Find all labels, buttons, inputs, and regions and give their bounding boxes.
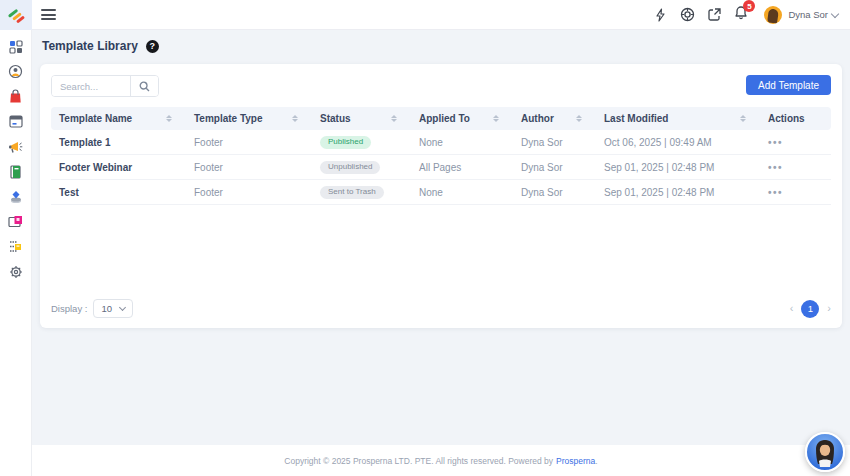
content-book-icon: [9, 165, 22, 179]
search-group: [51, 75, 159, 97]
author: Dyna Sor: [513, 162, 596, 173]
sidebar-item-dashboard[interactable]: [8, 39, 24, 54]
main-content: Template Library ? Add Template Template…: [32, 30, 850, 445]
settings-gear-icon: [9, 265, 23, 279]
applied-to: None: [411, 137, 513, 148]
column-header-applied-to[interactable]: Applied To: [411, 113, 513, 124]
row-actions-menu-button[interactable]: •••: [760, 162, 831, 173]
table-header-row: Template Name Template Type Status Appli…: [51, 107, 831, 130]
status-badge: Unpublished: [320, 161, 380, 174]
customers-icon: [8, 64, 23, 79]
orders-bag-icon: [9, 89, 22, 104]
last-modified: Oct 06, 2025 | 09:49 AM: [596, 137, 760, 148]
storefront-window-icon: [9, 115, 23, 128]
sort-icon[interactable]: [166, 115, 172, 122]
sort-icon[interactable]: [576, 115, 582, 122]
table-row: Template 1 Footer Published None Dyna So…: [51, 130, 831, 155]
prosperna-logo-icon: [6, 7, 26, 23]
top-navbar: 5 Dyna Sor: [0, 0, 850, 30]
user-menu[interactable]: Dyna Sor: [764, 6, 838, 24]
last-modified: Sep 01, 2025 | 02:48 PM: [596, 162, 760, 173]
lightning-icon[interactable]: [653, 7, 668, 22]
author: Dyna Sor: [513, 187, 596, 198]
page-number-button[interactable]: 1: [801, 300, 819, 318]
column-header-actions: Actions: [760, 113, 831, 124]
external-link-icon[interactable]: [707, 7, 722, 22]
sidebar-item-orders[interactable]: [8, 89, 24, 104]
next-page-button[interactable]: ›: [827, 303, 831, 314]
template-library-card: Add Template Template Name Template Type…: [40, 64, 842, 328]
sidebar-item-media[interactable]: [8, 214, 24, 229]
app-logo[interactable]: [0, 0, 32, 30]
search-icon: [139, 81, 150, 92]
template-type: Footer: [186, 162, 312, 173]
support-agent-avatar: [807, 434, 843, 470]
templates-table: Template Name Template Type Status Appli…: [51, 107, 831, 205]
author: Dyna Sor: [513, 137, 596, 148]
marketing-megaphone-icon: [8, 140, 23, 154]
template-name-link[interactable]: Footer Webinar: [51, 162, 186, 173]
row-actions-menu-button[interactable]: •••: [760, 187, 831, 198]
table-row: Test Footer Sent to Trash None Dyna Sor …: [51, 180, 831, 205]
sidebar-item-rewards[interactable]: [8, 189, 24, 204]
list-menu-icon: [9, 240, 23, 253]
column-header-last-modified[interactable]: Last Modified: [596, 113, 760, 124]
notification-count-badge: 5: [743, 0, 755, 12]
chat-support-widget[interactable]: [805, 432, 845, 472]
sidebar-item-storefront[interactable]: [8, 114, 24, 129]
column-header-author[interactable]: Author: [513, 113, 596, 124]
column-header-template-type[interactable]: Template Type: [186, 113, 312, 124]
menu-toggle-button[interactable]: [41, 9, 56, 20]
chevron-down-icon: [119, 303, 126, 310]
page-footer: Copyright © 2025 Prosperna LTD. PTE. All…: [32, 445, 850, 476]
applied-to: None: [411, 187, 513, 198]
chevron-down-icon: [831, 9, 839, 17]
column-header-template-name[interactable]: Template Name: [51, 113, 186, 124]
search-button[interactable]: [130, 76, 158, 96]
applied-to: All Pages: [411, 162, 513, 173]
last-modified: Sep 01, 2025 | 02:48 PM: [596, 187, 760, 198]
page-title: Template Library: [42, 39, 138, 53]
support-icon[interactable]: [680, 7, 695, 22]
prev-page-button[interactable]: ‹: [790, 303, 794, 314]
sidebar-item-menu-list[interactable]: [8, 239, 24, 254]
status-badge: Sent to Trash: [320, 186, 384, 199]
dashboard-icon: [9, 40, 23, 54]
template-type: Footer: [186, 187, 312, 198]
display-label: Display :: [51, 303, 87, 314]
sort-icon[interactable]: [292, 115, 298, 122]
add-template-button[interactable]: Add Template: [746, 75, 831, 95]
media-image-icon: [8, 215, 23, 228]
prosperna-link[interactable]: Prosperna: [556, 456, 595, 466]
sidebar-item-content[interactable]: [8, 164, 24, 179]
rewards-gem-icon: [9, 190, 23, 204]
template-name-link[interactable]: Test: [51, 187, 186, 198]
page-size-select[interactable]: 10: [93, 299, 133, 318]
status-badge: Published: [320, 136, 371, 149]
row-actions-menu-button[interactable]: •••: [760, 137, 831, 148]
column-header-status[interactable]: Status: [312, 113, 411, 124]
pagination: ‹ 1 ›: [790, 300, 831, 318]
table-row: Footer Webinar Footer Unpublished All Pa…: [51, 155, 831, 180]
help-icon[interactable]: ?: [146, 40, 159, 53]
sidebar-item-marketing[interactable]: [8, 139, 24, 154]
search-input[interactable]: [52, 76, 130, 96]
sidebar-item-customers[interactable]: [8, 64, 24, 79]
sort-icon[interactable]: [391, 115, 397, 122]
copyright-text: Copyright © 2025 Prosperna LTD. PTE. All…: [284, 456, 553, 466]
sidebar-item-settings[interactable]: [8, 264, 24, 279]
sort-icon[interactable]: [493, 115, 499, 122]
template-type: Footer: [186, 137, 312, 148]
user-name: Dyna Sor: [788, 9, 828, 20]
notifications-button[interactable]: 5: [734, 5, 748, 24]
user-avatar: [764, 6, 782, 24]
template-name-link[interactable]: Template 1: [51, 137, 186, 148]
sort-icon[interactable]: [740, 115, 746, 122]
sidebar-nav: [0, 30, 32, 476]
